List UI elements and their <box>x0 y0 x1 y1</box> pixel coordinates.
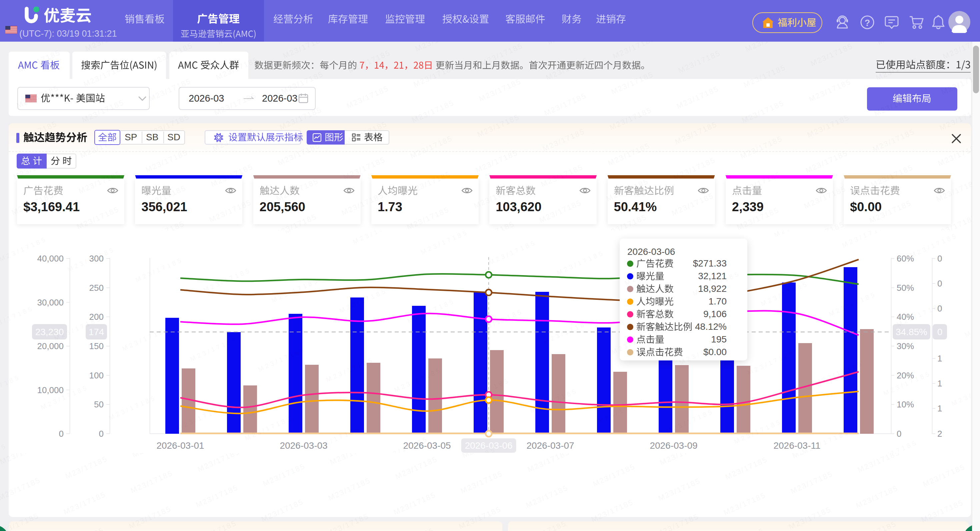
svg-text:2026-03-06: 2026-03-06 <box>465 441 512 451</box>
svg-text:40%: 40% <box>897 312 914 322</box>
svg-text:2: 2 <box>937 429 942 439</box>
svg-text:0: 0 <box>937 254 942 263</box>
svg-text:0: 0 <box>59 429 64 439</box>
svg-text:10,000: 10,000 <box>37 385 64 395</box>
svg-text:250: 250 <box>89 283 103 293</box>
svg-text:300: 300 <box>89 254 103 263</box>
svg-text:0: 0 <box>99 429 103 439</box>
svg-text:40,000: 40,000 <box>37 254 64 263</box>
svg-text:30,000: 30,000 <box>37 298 64 308</box>
svg-text:50%: 50% <box>897 283 914 293</box>
svg-text:2026-03-09: 2026-03-09 <box>650 441 697 451</box>
svg-text:100: 100 <box>89 371 103 380</box>
svg-text:200: 200 <box>89 312 103 322</box>
svg-text:1: 1 <box>937 353 942 363</box>
svg-text:0: 0 <box>937 303 942 314</box>
svg-text:60%: 60% <box>897 254 914 263</box>
svg-text:34.85%: 34.85% <box>896 327 928 337</box>
svg-text:23,230: 23,230 <box>35 327 64 337</box>
svg-text:1: 1 <box>937 403 942 414</box>
svg-text:0: 0 <box>897 429 901 439</box>
svg-text:20%: 20% <box>897 371 914 380</box>
svg-text:2026-03-11: 2026-03-11 <box>773 441 820 451</box>
svg-text:1: 1 <box>937 379 942 388</box>
svg-text:2026-03-03: 2026-03-03 <box>280 441 327 451</box>
svg-text:2026-03-01: 2026-03-01 <box>156 441 204 451</box>
svg-text:150: 150 <box>89 341 103 351</box>
svg-text:10%: 10% <box>897 399 914 409</box>
svg-text:2026-03-07: 2026-03-07 <box>527 441 574 451</box>
svg-text:20,000: 20,000 <box>37 341 64 351</box>
svg-text:0: 0 <box>937 327 943 337</box>
svg-text:0: 0 <box>937 279 942 288</box>
svg-text:50: 50 <box>94 399 103 409</box>
svg-text:30%: 30% <box>897 341 914 351</box>
svg-text:2026-03-05: 2026-03-05 <box>403 441 451 451</box>
svg-text:174: 174 <box>89 327 104 337</box>
